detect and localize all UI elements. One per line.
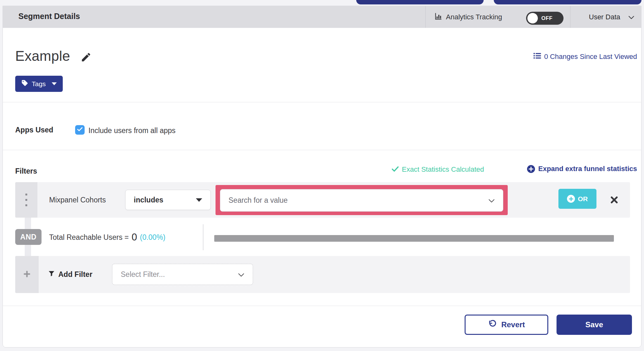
filters-title: Filters [15,167,37,176]
check-icon [392,165,399,174]
funnel-icon [48,270,55,279]
reachable-users-value: 0 [132,232,137,243]
plus-circle-icon [567,195,575,203]
save-button-label: Save [585,320,603,329]
operator-select[interactable]: includes [125,190,211,210]
include-all-apps-checkbox[interactable] [75,125,85,135]
pencil-icon[interactable] [80,52,92,63]
header-divider [425,6,426,28]
operator-value: includes [134,196,163,204]
plus-circle-icon [527,165,535,173]
segment-name: Example [15,48,70,64]
toggle-knob [527,13,538,23]
top-cropped-button-right[interactable] [494,0,641,4]
toggle-state-label: OFF [541,15,553,22]
tag-icon [21,80,28,88]
header-divider [570,6,570,28]
drag-dots-icon [25,194,27,195]
undo-icon [488,320,497,330]
select-filter-dropdown[interactable]: Select Filter... [112,264,253,285]
caret-down-icon [196,198,202,202]
bar-chart-icon [434,12,442,22]
user-data-label: User Data [589,13,620,21]
changes-since-last-viewed-link[interactable]: 0 Changes Since Last Viewed [533,52,637,61]
filter-row: Mixpanel Cohorts includes Search for a v… [15,182,630,218]
section-divider [3,306,641,306]
analytics-tracking-label: Analytics Tracking [446,13,502,21]
value-search-select[interactable]: Search for a value [220,189,503,212]
conjunction-badge: AND [15,229,42,245]
drag-handle[interactable] [15,182,37,218]
select-filter-placeholder: Select Filter... [121,270,165,279]
check-icon [77,127,83,133]
or-button-label: OR [578,195,588,203]
expand-link-label: Expand extra funnel statistics [538,165,637,173]
chevron-down-icon [488,196,495,205]
plus-icon [23,271,30,279]
add-filter-handle[interactable] [15,256,39,293]
chevron-down-icon [238,270,244,279]
reachable-users-percent: (0.00%) [140,233,165,242]
caret-down-icon [52,82,57,85]
chevron-down-icon [628,13,634,21]
value-select-placeholder: Search for a value [229,196,288,205]
segment-details-page: Segment Details Analytics Tracking OFF U… [0,0,644,351]
section-divider [3,150,641,150]
add-or-button[interactable]: OR [558,189,596,209]
expand-funnel-statistics-link[interactable]: Expand extra funnel statistics [527,165,637,173]
reachable-users-progress-bar [214,235,614,242]
changes-link-label: 0 Changes Since Last Viewed [544,53,637,61]
analytics-tracking-toggle[interactable]: OFF [526,12,564,25]
vertical-divider [203,224,203,250]
include-all-apps-label: Include users from all apps [88,126,176,135]
apps-used-label: Apps Used [15,126,53,134]
exact-statistics-status: Exact Statistics Calculated [392,165,484,174]
reachable-users-summary: Total Reachable Users = 0 (0.00%) [49,231,165,244]
add-filter-label: Add Filter [58,270,92,279]
annotation-highlight: Search for a value [216,185,508,215]
user-data-dropdown[interactable]: User Data [589,6,634,28]
exact-statistics-label: Exact Statistics Calculated [402,165,484,174]
add-filter-row: Add Filter Select Filter... [15,256,630,293]
remove-filter-icon[interactable] [610,195,619,204]
section-divider [3,102,641,102]
top-cropped-button-left[interactable] [356,0,484,4]
revert-button-label: Revert [501,320,525,329]
tags-button[interactable]: Tags [15,76,63,92]
drag-dots-icon [25,204,27,206]
add-filter-label-group: Add Filter [48,256,92,293]
tags-button-label: Tags [32,80,46,88]
save-button[interactable]: Save [557,315,632,335]
list-icon [533,52,541,61]
revert-button[interactable]: Revert [465,315,548,335]
filter-field-label: Mixpanel Cohorts [49,182,106,218]
analytics-tracking-control: Analytics Tracking [434,6,502,28]
reachable-users-label: Total Reachable Users = [49,233,129,242]
page-title: Segment Details [18,12,80,21]
drag-dots-icon [25,199,27,201]
